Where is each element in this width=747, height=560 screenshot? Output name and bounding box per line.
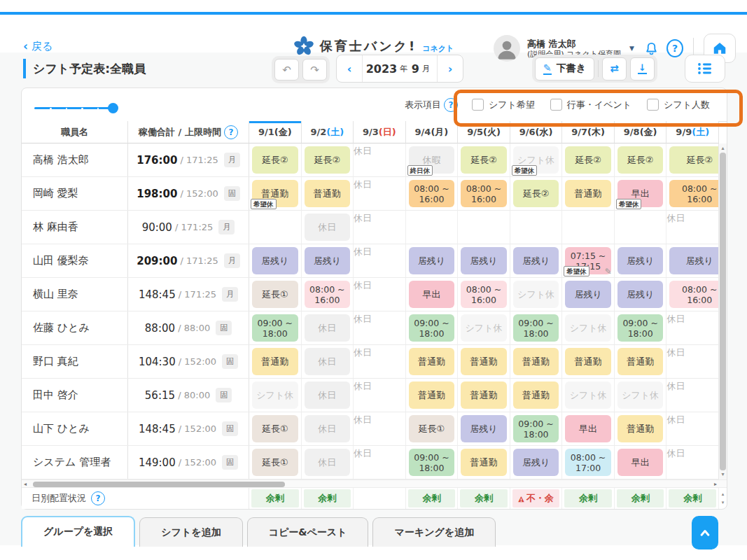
slider-thumb[interactable] xyxy=(108,103,118,113)
shift-cell[interactable]: 休日 xyxy=(666,345,719,378)
stepper-up-icon[interactable]: ▴ xyxy=(722,491,725,497)
scroll-right-icon[interactable]: ▸ xyxy=(714,480,717,488)
vertical-scrollbar-thumb[interactable] xyxy=(720,153,726,470)
horizontal-scrollbar[interactable]: ◂ ▸ xyxy=(22,479,727,488)
shift-cell[interactable]: 延長① xyxy=(249,446,302,479)
shift-cell[interactable]: 普通勤 xyxy=(302,177,354,210)
shift-cell[interactable]: 延長② xyxy=(615,144,667,176)
shift-cell[interactable]: 普通勤 xyxy=(406,379,459,412)
staff-name-cell[interactable]: 野口 真紀 xyxy=(22,345,128,378)
shift-cell[interactable]: 普通勤 xyxy=(458,345,510,378)
shift-cell[interactable]: 休日 xyxy=(354,144,406,176)
shift-cell[interactable]: 休日 xyxy=(354,446,406,479)
help-icon[interactable]: ? xyxy=(91,491,105,505)
caret-down-icon[interactable]: ▼ xyxy=(629,45,634,52)
prev-month-button[interactable]: ‹ xyxy=(337,55,362,82)
shift-cell[interactable]: 休日 xyxy=(354,312,406,344)
shift-cell[interactable]: 休日 xyxy=(302,412,354,445)
back-button[interactable]: ‹ 戻る xyxy=(23,40,53,53)
scroll-left-icon[interactable]: ◂ xyxy=(24,480,27,488)
shift-cell[interactable]: 休日 xyxy=(302,379,354,412)
shift-cell[interactable]: シフト休 xyxy=(615,379,667,412)
shift-cell[interactable]: 普通勤 xyxy=(249,345,302,378)
date-header[interactable]: 9/1(金) xyxy=(249,121,302,144)
staff-name-cell[interactable]: 山田 優梨奈 xyxy=(22,244,128,277)
bottom-tab[interactable]: シフトを追加 xyxy=(139,517,242,547)
avatar[interactable] xyxy=(494,35,520,62)
shift-cell[interactable]: 休日 xyxy=(354,278,406,311)
scroll-top-button[interactable] xyxy=(692,516,718,550)
date-header[interactable]: 9/7(木) xyxy=(562,121,615,144)
shift-cell[interactable]: 07:15 ~17:15希望休✎ xyxy=(562,244,615,277)
help-icon[interactable]: ? xyxy=(224,125,238,139)
shift-cell[interactable]: シフト休希望休 xyxy=(510,144,563,176)
sync-button[interactable]: ⇄ xyxy=(602,57,627,80)
shift-cell[interactable]: 延長② xyxy=(562,144,615,176)
shift-cell[interactable]: 休日 xyxy=(666,446,719,479)
shift-cell[interactable]: 08:00 ~17:00 xyxy=(562,446,615,479)
shift-cell[interactable]: 普通勤 xyxy=(510,379,563,412)
shift-cell[interactable]: 延長① xyxy=(406,412,459,445)
date-header[interactable]: 9/8(金) xyxy=(615,121,667,144)
shift-cell[interactable]: 普通勤 xyxy=(406,345,459,378)
staff-name-cell[interactable]: 田中 啓介 xyxy=(22,379,128,412)
date-header[interactable]: 9/6(水) xyxy=(510,121,563,144)
shift-cell[interactable]: 延長② xyxy=(249,144,302,176)
shift-cell[interactable]: 09:00 ~18:00 xyxy=(406,446,459,479)
shift-cell[interactable]: 普通勤 xyxy=(562,345,615,378)
shift-cell[interactable] xyxy=(406,211,459,244)
shift-cell[interactable]: 居残り xyxy=(406,244,459,277)
shift-cell[interactable]: 休日 xyxy=(302,345,354,378)
shift-cell[interactable]: 早出希望休 xyxy=(615,177,667,210)
draft-button[interactable]: ✎ 下書き xyxy=(535,57,594,80)
shift-cell[interactable]: 居残り xyxy=(458,412,510,445)
shift-cell[interactable]: 延長② xyxy=(458,144,510,176)
shift-cell[interactable]: 休日 xyxy=(354,211,406,244)
staff-name-cell[interactable]: 高橋 浩太郎 xyxy=(22,144,128,176)
shift-cell[interactable]: 休日 xyxy=(302,211,354,244)
stepper-down-icon[interactable]: ▾ xyxy=(722,500,725,505)
shift-cell[interactable]: 早出 xyxy=(562,412,615,445)
shift-cell[interactable]: 08:00 ~16:00 xyxy=(666,177,719,210)
shift-cell[interactable]: 09:00 ~18:00 xyxy=(406,312,459,344)
shift-cell[interactable]: 早出 xyxy=(615,446,667,479)
shift-cell[interactable]: 普通勤 xyxy=(458,446,510,479)
bottom-tab[interactable]: コピー&ペースト xyxy=(247,517,369,547)
scroll-down-icon[interactable]: ▾ xyxy=(719,470,727,479)
display-option[interactable]: 行事・イベント xyxy=(550,99,631,111)
staff-name-cell[interactable]: 林 麻由香 xyxy=(22,211,128,244)
shift-cell[interactable]: シフト休 xyxy=(510,278,563,311)
staff-name-cell[interactable]: 山下 ひとみ xyxy=(22,412,128,445)
checkbox[interactable] xyxy=(472,99,484,111)
shift-cell[interactable]: 延長① xyxy=(249,278,302,311)
shift-cell[interactable]: 08:00 ~16:00 xyxy=(666,278,719,311)
zoom-slider[interactable] xyxy=(34,107,113,109)
display-option[interactable]: シフト希望 xyxy=(472,99,535,111)
shift-cell[interactable]: 延長② xyxy=(510,177,563,210)
shift-cell[interactable]: 延長① xyxy=(249,412,302,445)
shift-cell[interactable]: 08:00 ~16:00 xyxy=(406,177,459,210)
shift-cell[interactable]: 延長② xyxy=(666,144,719,176)
shift-cell[interactable]: 居残り xyxy=(510,446,563,479)
shift-cell[interactable]: 居残り xyxy=(562,278,615,311)
staff-name-cell[interactable]: 佐藤 ひとみ xyxy=(22,312,128,344)
shift-cell[interactable]: 居残り xyxy=(458,244,510,277)
date-header[interactable]: 9/3(日) xyxy=(354,121,406,144)
shift-cell[interactable]: 08:00 ~16:00 xyxy=(458,278,510,311)
date-header[interactable]: 9/2(土) xyxy=(302,121,354,144)
shift-cell[interactable]: 09:00 ~18:00 xyxy=(510,412,563,445)
shift-cell[interactable]: 普通勤 xyxy=(615,345,667,378)
shift-cell[interactable]: シフト休 xyxy=(562,379,615,412)
shift-cell[interactable]: 休暇終日休 xyxy=(406,144,459,176)
shift-cell[interactable]: 普通勤希望休 xyxy=(249,177,302,210)
shift-cell[interactable] xyxy=(562,211,615,244)
shift-cell[interactable]: 08:00 ~16:00 xyxy=(302,278,354,311)
shift-cell[interactable] xyxy=(249,211,302,244)
shift-cell[interactable]: 09:00 ~18:00 xyxy=(510,312,563,344)
help-button[interactable]: ? xyxy=(666,39,683,57)
shift-cell[interactable]: 休日 xyxy=(666,412,719,445)
next-month-button[interactable]: › xyxy=(438,55,463,82)
help-icon[interactable]: ? xyxy=(444,98,458,112)
shift-cell[interactable]: 08:00 ~16:00 xyxy=(458,177,510,210)
download-button[interactable]: ↓ xyxy=(630,57,655,80)
